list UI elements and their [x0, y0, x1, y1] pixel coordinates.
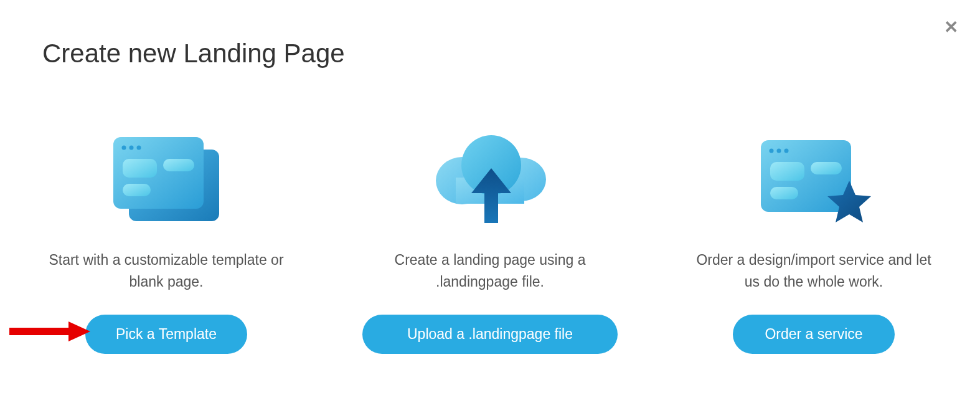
service-description: Order a design/import service and let us…	[689, 249, 938, 292]
svg-rect-18	[770, 187, 798, 199]
svg-point-2	[122, 146, 126, 150]
svg-rect-7	[123, 184, 151, 196]
svg-rect-6	[163, 159, 194, 171]
close-icon[interactable]: ✕	[944, 19, 958, 36]
svg-rect-16	[770, 162, 804, 181]
svg-marker-20	[68, 321, 90, 341]
svg-point-15	[784, 149, 789, 153]
svg-point-14	[777, 149, 781, 153]
svg-rect-5	[123, 159, 157, 178]
svg-point-13	[770, 149, 774, 153]
svg-point-4	[137, 146, 141, 150]
option-service: Order a design/import service and let us…	[689, 131, 938, 354]
template-description: Start with a customizable template or bl…	[42, 249, 291, 292]
service-star-icon	[755, 131, 873, 231]
upload-file-button[interactable]: Upload a .landingpage file	[362, 315, 618, 354]
page-title: Create new Landing Page	[42, 39, 980, 69]
options-container: Start with a customizable template or bl…	[0, 131, 980, 354]
order-service-button[interactable]: Order a service	[733, 315, 895, 354]
pick-template-button[interactable]: Pick a Template	[85, 315, 247, 354]
upload-description: Create a landing page using a .landingpa…	[365, 249, 615, 292]
svg-point-3	[130, 146, 134, 150]
option-upload: Create a landing page using a .landingpa…	[365, 131, 615, 354]
template-icon	[110, 131, 222, 231]
arrow-annotation-icon	[9, 320, 90, 345]
cloud-upload-icon	[431, 131, 549, 231]
svg-rect-17	[811, 162, 842, 174]
